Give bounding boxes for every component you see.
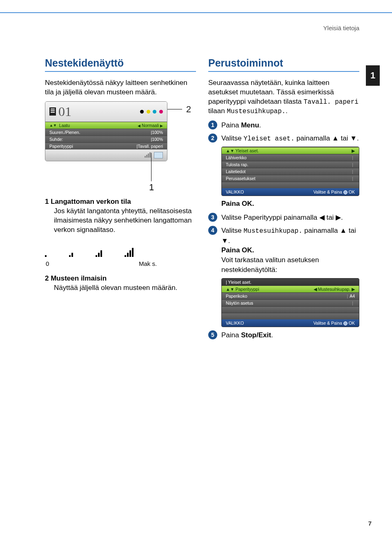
lcd-screenshot-menu1: ▲▼ Yleiset aset.▶ Lähiverkko| Tulosta ra…: [221, 147, 359, 196]
list-item-body: Jos käytät langatonta yhteyttä, nelitaso…: [54, 207, 196, 235]
lcd-title: 01: [58, 104, 71, 119]
lcd-row: Suuren./Pienen. |100%: [45, 129, 167, 136]
page-header-label: Yleisiä tietoja: [323, 25, 359, 31]
lcd-screenshot-main: 01 ▲▼Laatu ◀ Normaali ▶ Suur: [45, 101, 167, 161]
lcd-row: Suhde: |100%: [45, 136, 167, 143]
ink-indicator-icon: [139, 107, 163, 116]
preview-thumbnail-icon: [154, 152, 163, 158]
lcd-screenshot-menu2: | Yleiset aset. ▲▼ Paperityyppi◀ Mustesu…: [221, 278, 359, 327]
signal-labels: 0 Mak s.: [46, 260, 160, 267]
lcd-row: ▲▼Laatu ◀ Normaali ▶: [45, 122, 167, 129]
step-4: 4 Valitse Mustesuihkupap. painamalla ▲ t…: [208, 226, 359, 275]
right-column: Perustoiminnot Seuraavassa näytetään, ku…: [208, 57, 359, 343]
page-number: 7: [368, 520, 372, 527]
step-bullet: 3: [208, 213, 217, 222]
step-1: 1 Paina Menu.: [208, 120, 359, 130]
step-2: 2 Valitse Yleiset aset. painamalla ▲ tai…: [208, 134, 359, 143]
list-item: 1 Langattoman verkon tila: [45, 198, 196, 206]
step-bullet: 5: [208, 330, 217, 339]
left-heading: Nestekidenäyttö: [45, 57, 196, 72]
left-column: Nestekidenäyttö Nestekidenäytössä näkyy …: [45, 57, 196, 293]
callout-line: [151, 153, 151, 181]
right-intro: Seuraavassa näytetään, kuinka laitteen a…: [208, 78, 359, 116]
chapter-number-badge: 1: [366, 65, 380, 86]
step-bullet: 1: [208, 120, 217, 129]
list-item-body: Näyttää jäljellä olevan musteen määrän.: [54, 283, 196, 293]
step-bullet: 4: [208, 226, 217, 235]
left-intro: Nestekidenäytössä näkyy laitteen senhetk…: [45, 78, 196, 97]
file-icon: [49, 107, 56, 116]
list-item: 2 Musteen ilmaisin: [45, 274, 196, 283]
wifi-icon: [145, 152, 151, 158]
step-bullet: 2: [208, 134, 217, 143]
lcd-row: Paperityyppi |Tavall. paperi: [45, 143, 167, 149]
step-5: 5 Paina Stop/Exit.: [208, 330, 359, 340]
right-heading: Perustoiminnot: [208, 57, 359, 72]
top-horizontal-rule: [0, 12, 392, 13]
step-2-ok: Paina OK.: [221, 199, 359, 209]
callout-label-1: 1: [149, 182, 154, 193]
callout-label-2: 2: [186, 104, 191, 115]
signal-strength-diagram: [45, 243, 196, 257]
step-3: 3 Valitse Paperityyppi painamalla ◀ tai …: [208, 213, 359, 223]
